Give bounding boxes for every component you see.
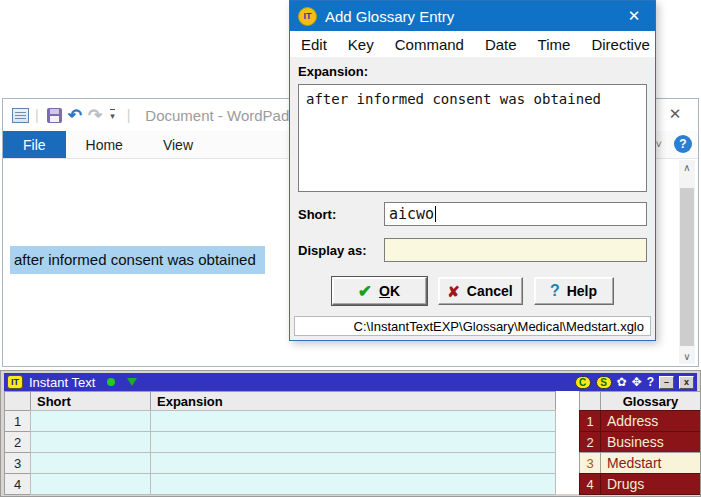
window-title: Document - WordPad xyxy=(145,107,289,124)
add-glossary-entry-dialog: IT Add Glossary Entry ✕ Edit Key Command… xyxy=(289,0,656,341)
expansion-cell[interactable] xyxy=(150,473,556,495)
scrollbar-thumb[interactable] xyxy=(680,188,694,346)
move-icon[interactable]: ✥ xyxy=(632,376,642,388)
menu-date[interactable]: Date xyxy=(485,36,517,53)
expansion-cell[interactable] xyxy=(150,410,556,432)
expansion-column-header[interactable]: Expansion xyxy=(150,391,556,411)
close-icon[interactable]: ✕ xyxy=(658,100,692,128)
help-icon[interactable]: ? xyxy=(674,135,692,153)
glossary-item-name: Business xyxy=(600,431,701,453)
wordpad-app-icon xyxy=(12,108,29,123)
selected-text[interactable]: after informed consent was obtained xyxy=(10,246,265,274)
instant-text-body: Short Expansion 1 2 3 xyxy=(4,391,697,494)
cancel-button[interactable]: ✘ Cancel xyxy=(438,277,523,305)
glossary-item-drugs[interactable]: 4 Drugs xyxy=(580,474,701,495)
menu-command[interactable]: Command xyxy=(395,36,464,53)
panel-title: Instant Text xyxy=(29,375,95,390)
help-icon[interactable]: ? xyxy=(647,375,654,389)
row-number: 3 xyxy=(4,452,31,474)
status-dot-icon xyxy=(107,378,115,386)
short-input-value: aicwo xyxy=(389,205,434,223)
question-icon: ? xyxy=(550,283,560,299)
row-number-header xyxy=(4,391,31,411)
short-cell[interactable] xyxy=(30,452,151,474)
help-button[interactable]: ? Help xyxy=(534,277,614,305)
short-cell[interactable] xyxy=(30,431,151,453)
short-label: Short: xyxy=(298,207,384,222)
divider: | xyxy=(127,107,131,123)
row-number: 4 xyxy=(4,473,31,495)
instant-text-titlebar[interactable]: IT Instant Text C S ✿ ✥ ? – x xyxy=(4,373,697,391)
text-caret xyxy=(435,206,436,222)
glossary-item-name: Address xyxy=(600,410,701,432)
redo-icon[interactable]: ↷ xyxy=(88,107,102,124)
ribbon-collapse-icon[interactable]: ˅ xyxy=(656,138,662,150)
continuation-mode-badge[interactable]: C xyxy=(575,376,591,389)
glossary-item-name: Drugs xyxy=(600,473,701,495)
row-number: 1 xyxy=(4,410,31,432)
table-row: 4 xyxy=(5,474,556,495)
shorthand-table: Short Expansion 1 2 3 xyxy=(5,392,556,495)
glossary-item-medstart[interactable]: 3 Medstart xyxy=(580,453,701,474)
menu-key[interactable]: Key xyxy=(348,36,374,53)
display-as-input[interactable] xyxy=(384,238,647,262)
expansion-cell[interactable] xyxy=(150,431,556,453)
undo-icon[interactable]: ↶ xyxy=(68,107,82,124)
speed-mode-badge[interactable]: S xyxy=(596,376,612,389)
table-row: 3 xyxy=(5,453,556,474)
gear-icon[interactable]: ✿ xyxy=(617,376,627,388)
quick-access-dropdown-icon[interactable]: ▾ xyxy=(110,109,115,121)
instant-text-app-icon: IT xyxy=(7,375,23,389)
dialog-body: Expansion: after informed consent was ob… xyxy=(290,57,655,305)
glossary-header: Glossary xyxy=(600,391,701,411)
scroll-down-icon[interactable]: ∨ xyxy=(679,349,695,364)
divider: | xyxy=(35,107,39,123)
glossary-number-header xyxy=(579,391,601,411)
glossary-item-number: 1 xyxy=(579,410,601,432)
scroll-up-icon[interactable]: ∧ xyxy=(679,160,695,175)
ok-button[interactable]: ✔ OK xyxy=(332,277,427,305)
short-column-header[interactable]: Short xyxy=(30,391,151,411)
short-input[interactable]: aicwo xyxy=(384,202,647,226)
save-icon[interactable] xyxy=(47,108,62,123)
vertical-scrollbar[interactable]: ∧ ∨ xyxy=(679,160,695,364)
check-icon: ✔ xyxy=(358,283,372,300)
x-icon: ✘ xyxy=(447,284,460,299)
short-cell[interactable] xyxy=(30,473,151,495)
minimize-icon[interactable]: – xyxy=(659,376,674,389)
menu-time[interactable]: Time xyxy=(538,36,571,53)
dialog-titlebar[interactable]: IT Add Glossary Entry ✕ xyxy=(290,1,655,31)
table-row: 2 xyxy=(5,432,556,453)
close-icon[interactable]: x xyxy=(679,376,694,389)
tab-view[interactable]: View xyxy=(143,131,213,158)
glossary-item-business[interactable]: 2 Business xyxy=(580,432,701,453)
glossary-item-number: 4 xyxy=(579,473,601,495)
menu-directive[interactable]: Directive xyxy=(591,36,649,53)
dialog-menubar: Edit Key Command Date Time Directive xyxy=(290,31,655,57)
glossary-item-number: 2 xyxy=(579,431,601,453)
tab-home[interactable]: Home xyxy=(66,131,143,158)
menu-edit[interactable]: Edit xyxy=(301,36,327,53)
glossary-item-name: Medstart xyxy=(600,452,701,474)
filter-triangle-icon[interactable] xyxy=(127,378,137,386)
glossary-list: Glossary 1 Address 2 Business 3 Medstart… xyxy=(580,392,701,495)
short-cell[interactable] xyxy=(30,410,151,432)
display-as-label: Display as: xyxy=(298,243,384,258)
glossary-path-statusbar: C:\InstantTextEXP\Glossary\Medical\Medst… xyxy=(294,316,651,336)
glossary-item-number: 3 xyxy=(579,452,601,474)
instant-text-panel: IT Instant Text C S ✿ ✥ ? – x Short Expa… xyxy=(0,370,701,497)
expansion-cell[interactable] xyxy=(150,452,556,474)
instant-text-app-icon: IT xyxy=(298,7,317,26)
row-number: 2 xyxy=(4,431,31,453)
screen: | ↶ ↷ ▾ | Document - WordPad ✕ File Home… xyxy=(0,0,701,497)
tab-file[interactable]: File xyxy=(3,131,66,158)
dialog-title: Add Glossary Entry xyxy=(325,8,454,25)
glossary-item-address[interactable]: 1 Address xyxy=(580,411,701,432)
expansion-textarea[interactable]: after informed consent was obtained xyxy=(298,84,647,192)
table-row: 1 xyxy=(5,411,556,432)
expansion-label: Expansion: xyxy=(298,64,647,79)
close-icon[interactable]: ✕ xyxy=(613,1,655,31)
